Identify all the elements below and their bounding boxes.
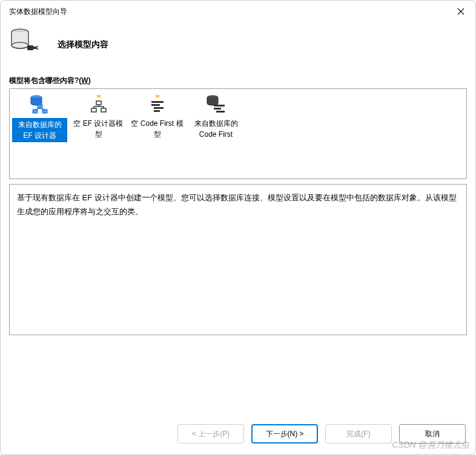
- option-label: 空 Code First 模型: [130, 118, 185, 140]
- svg-rect-27: [151, 101, 164, 103]
- option-empty-ef-designer[interactable]: 空 EF 设计器模型: [70, 91, 127, 143]
- database-wizard-icon: [9, 27, 39, 57]
- svg-rect-9: [38, 105, 42, 108]
- svg-rect-32: [214, 105, 225, 106]
- empty-codefirst-icon: [147, 94, 168, 116]
- finish-button: 完成(F): [325, 424, 392, 444]
- option-code-first-from-db[interactable]: 来自数据库的 Code First: [187, 91, 245, 143]
- svg-rect-28: [151, 104, 160, 106]
- close-button[interactable]: [455, 5, 467, 18]
- wizard-dialog: 实体数据模型向导 选择模型内容 模型将包含哪些内容?(W): [0, 0, 476, 455]
- svg-rect-5: [33, 47, 37, 49]
- content-area: 模型将包含哪些内容?(W) 来自数据库的 EF 设计器: [1, 76, 475, 416]
- titlebar: 实体数据模型向导: [1, 1, 475, 21]
- empty-designer-icon: [88, 94, 110, 116]
- header-title: 选择模型内容: [58, 39, 108, 50]
- svg-rect-19: [101, 108, 106, 112]
- cancel-button[interactable]: 取消: [399, 424, 466, 444]
- db-codefirst-icon: [205, 94, 227, 116]
- db-designer-icon: [29, 94, 51, 116]
- option-ef-designer-from-db[interactable]: 来自数据库的 EF 设计器: [11, 91, 68, 146]
- svg-rect-33: [214, 108, 221, 110]
- option-empty-code-first[interactable]: 空 Code First 模型: [128, 91, 186, 143]
- button-row: < 上一步(P) 下一步(N) > 完成(F) 取消: [1, 416, 475, 454]
- svg-rect-4: [27, 45, 33, 50]
- svg-rect-17: [96, 101, 101, 105]
- dialog-title: 实体数据模型向导: [9, 7, 67, 17]
- prompt-label: 模型将包含哪些内容?(W): [9, 76, 467, 86]
- next-button[interactable]: 下一步(N) >: [251, 424, 318, 444]
- svg-rect-18: [91, 108, 96, 112]
- svg-rect-11: [42, 110, 47, 113]
- description-text: 基于现有数据库在 EF 设计器中创建一个模型。您可以选择数据库连接、模型设置以及…: [9, 184, 467, 335]
- svg-rect-30: [154, 110, 160, 112]
- previous-button: < 上一步(P): [177, 424, 244, 444]
- header-area: 选择模型内容: [1, 21, 475, 76]
- close-icon: [457, 8, 464, 15]
- option-label: 来自数据库的 Code First: [188, 118, 243, 140]
- svg-rect-10: [33, 110, 38, 113]
- svg-rect-6: [37, 46, 38, 47]
- svg-rect-7: [37, 48, 38, 50]
- svg-rect-34: [216, 111, 225, 113]
- options-list[interactable]: 来自数据库的 EF 设计器: [9, 88, 467, 179]
- svg-rect-29: [154, 107, 164, 109]
- option-label: 空 EF 设计器模型: [71, 118, 126, 140]
- option-label: 来自数据库的 EF 设计器: [12, 118, 67, 142]
